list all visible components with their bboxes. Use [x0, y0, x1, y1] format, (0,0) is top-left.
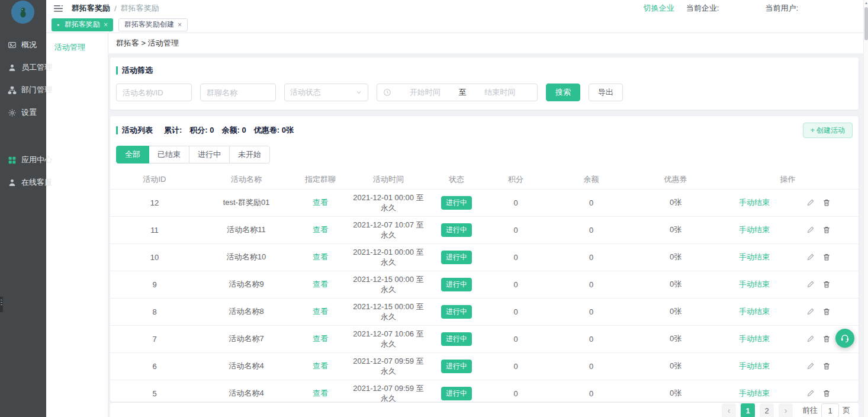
activity-name-cell: 活动名称4 [229, 389, 263, 397]
workspace-tab-label: 群拓客奖励 [65, 20, 100, 30]
view-group-link[interactable]: 查看 [313, 225, 328, 234]
activity-time-cell: 2021-12-07 09:59 至 永久 [347, 380, 430, 402]
export-button[interactable]: 导出 [589, 84, 623, 101]
view-group-link[interactable]: 查看 [313, 280, 328, 288]
main-sidebar: 概况 员工管理 部门管理 设置 [0, 0, 46, 417]
edit-icon[interactable] [806, 280, 815, 288]
delete-icon[interactable] [822, 253, 831, 261]
manual-end-link[interactable]: 手动结束 [739, 224, 770, 235]
status-badge: 进行中 [441, 223, 472, 237]
col-target-group: 指定群聊 [294, 170, 347, 189]
tab-ended[interactable]: 已结束 [149, 146, 189, 163]
sidebar-item-app-center[interactable]: 应用中心 [0, 149, 46, 171]
scrollbar-thumb[interactable] [864, 7, 868, 40]
delete-icon[interactable] [822, 198, 831, 207]
activity-name-cell: 活动名称10 [227, 252, 266, 261]
actions-cell: 手动结束 [718, 279, 858, 290]
scroll-up-icon[interactable]: ▲ [864, 1, 868, 5]
view-group-link[interactable]: 查看 [313, 334, 328, 343]
activity-name-input[interactable] [116, 84, 192, 101]
coupons-cell: 0张 [670, 389, 681, 397]
col-status: 状态 [430, 170, 483, 189]
balance-cell: 0 [589, 280, 593, 289]
sidebar-item-department[interactable]: 部门管理 [0, 79, 46, 101]
date-range-picker[interactable]: 开始时间 至 结束时间 [377, 84, 538, 101]
manual-end-link[interactable]: 手动结束 [739, 279, 770, 290]
sidebar-item-settings[interactable]: 设置 [0, 101, 46, 124]
page-button-1[interactable]: 1 [741, 403, 755, 417]
workspace-tab[interactable]: 群拓客奖励创建 × [118, 18, 188, 31]
edit-icon[interactable] [806, 226, 815, 234]
points-cell: 0 [513, 198, 517, 207]
list-section-title: 活动列表 [116, 125, 153, 136]
vertical-scrollbar[interactable]: ▲ [863, 0, 868, 417]
close-icon[interactable]: × [178, 21, 182, 29]
filter-row: 活动状态 开始时间 至 结束时间 搜索 导出 [110, 76, 859, 101]
collapse-menu-icon[interactable] [54, 5, 63, 12]
view-group-link[interactable]: 查看 [313, 198, 328, 207]
group-name-input[interactable] [200, 84, 276, 101]
tab-not-started[interactable]: 未开始 [229, 146, 270, 163]
filter-title-text: 活动筛选 [122, 65, 153, 76]
current-user-label: 当前用户: [765, 3, 798, 14]
delete-icon[interactable] [822, 226, 831, 234]
delete-icon[interactable] [822, 307, 831, 316]
sidebar-item-online-service[interactable]: 在线客服 [0, 171, 46, 194]
delete-icon[interactable] [822, 335, 831, 343]
edit-icon[interactable] [806, 307, 815, 316]
view-group-link[interactable]: 查看 [313, 389, 328, 397]
tab-in-progress[interactable]: 进行中 [189, 146, 230, 163]
delete-icon[interactable] [822, 389, 831, 397]
delete-icon[interactable] [822, 362, 831, 370]
summary-coupons: 优惠卷: 0张 [254, 125, 294, 136]
start-time-placeholder[interactable]: 开始时间 [394, 87, 456, 98]
sidebar-item-label: 部门管理 [21, 85, 52, 95]
table-body: 12 test-群奖励01 查看 2021-12-01 00:00 至 永久 进… [110, 189, 859, 402]
close-icon[interactable]: × [104, 21, 108, 29]
points-cell: 0 [513, 253, 517, 262]
balance-cell: 0 [589, 335, 593, 344]
activity-id-cell: 12 [150, 198, 159, 207]
tab-all[interactable]: 全部 [116, 146, 149, 163]
submenu-item-activity-management[interactable]: 活动管理 [46, 33, 108, 53]
breadcrumb-root[interactable]: 群拓客奖励 [72, 3, 110, 14]
activity-time-cell: 2021-12-01 00:00 至 永久 [347, 243, 430, 271]
sidebar-collapse-handle[interactable] [0, 297, 3, 312]
search-button[interactable]: 搜索 [546, 84, 580, 101]
edit-icon[interactable] [806, 198, 815, 207]
edit-icon[interactable] [806, 335, 815, 343]
sidebar-item-overview[interactable]: 概况 [0, 34, 46, 56]
manual-end-link[interactable]: 手动结束 [739, 306, 770, 317]
end-time-placeholder[interactable]: 结束时间 [469, 87, 532, 98]
edit-icon[interactable] [806, 362, 815, 370]
manual-end-link[interactable]: 手动结束 [739, 333, 770, 344]
prev-page-button[interactable]: ‹ [722, 403, 736, 417]
manual-end-link[interactable]: 手动结束 [739, 388, 770, 399]
activity-status-select[interactable]: 活动状态 [284, 84, 368, 101]
edit-icon[interactable] [806, 253, 815, 261]
create-activity-button[interactable]: + 创建活动 [803, 123, 853, 138]
manual-end-link[interactable]: 手动结束 [739, 252, 770, 262]
next-page-button[interactable]: › [779, 403, 793, 417]
actions-cell: 手动结束 [718, 252, 858, 262]
table-row: 8 活动名称8 查看 2021-12-15 00:00 至 永久 进行中 0 0… [110, 298, 859, 325]
manual-end-link[interactable]: 手动结束 [739, 361, 770, 371]
sidebar-gap [0, 124, 46, 149]
view-group-link[interactable]: 查看 [313, 361, 328, 370]
sidebar-item-staff[interactable]: 员工管理 [0, 56, 46, 79]
page-breadcrumb: 群拓客 > 活动管理 [108, 33, 863, 53]
page-button-2[interactable]: 2 [760, 403, 774, 417]
manual-end-link[interactable]: 手动结束 [739, 197, 770, 208]
delete-icon[interactable] [822, 280, 831, 288]
switch-company-link[interactable]: 切换企业 [644, 3, 674, 14]
view-group-link[interactable]: 查看 [313, 307, 328, 316]
sidebar-nav: 概况 员工管理 部门管理 设置 [0, 34, 46, 194]
customer-service-button[interactable] [835, 329, 854, 348]
staff-icon [8, 63, 17, 72]
view-group-link[interactable]: 查看 [313, 252, 328, 261]
goto-page-input[interactable] [821, 403, 839, 417]
table-row: 5 活动名称4 查看 2021-12-07 09:59 至 永久 进行中 0 0… [110, 380, 859, 402]
activity-time-cell: 2021-12-15 00:00 至 永久 [347, 271, 430, 298]
edit-icon[interactable] [806, 389, 815, 397]
workspace-tab-active[interactable]: ● 群拓客奖励 × [52, 18, 113, 31]
